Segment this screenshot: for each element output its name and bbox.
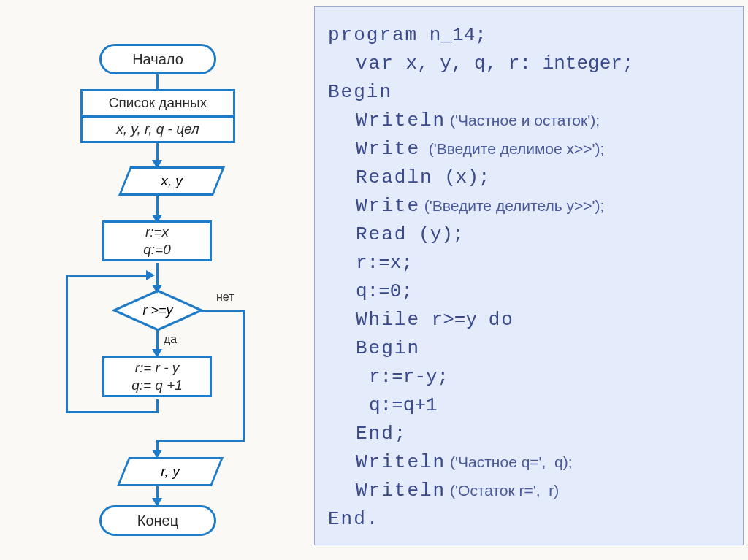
output-io: r, y xyxy=(123,457,218,486)
code-text: ('Частное и остаток'); xyxy=(446,112,600,129)
keyword: Begin xyxy=(328,81,392,103)
keyword: Begin xyxy=(356,337,420,359)
keyword: program xyxy=(328,24,418,46)
keyword: do xyxy=(489,309,514,331)
connector xyxy=(66,275,149,277)
input-label: x, y xyxy=(161,173,183,189)
keyword: While xyxy=(356,309,420,331)
vars-box: x, y, r, q - цел xyxy=(80,115,235,143)
init-label: r:=x q:=0 xyxy=(143,223,171,258)
code-line: Read (y); xyxy=(328,220,730,249)
code-line: q:=0; xyxy=(328,277,730,306)
decision: r >=y xyxy=(114,291,202,330)
code-text: r>=y xyxy=(420,309,489,331)
code-line: Begin xyxy=(328,78,730,107)
code-line: End. xyxy=(328,505,730,534)
connector xyxy=(158,440,245,442)
keyword: Writeln xyxy=(356,480,446,502)
code-line: r:=x; xyxy=(328,249,730,277)
code-line: End; xyxy=(328,420,730,448)
code-text: ('Остаток r=', r) xyxy=(446,482,559,499)
code-line: r:=r-y; xyxy=(328,363,730,391)
keyword: End. xyxy=(328,508,379,530)
code-text: r:=r-y; xyxy=(328,363,449,391)
keyword: Write xyxy=(356,195,420,217)
code-line: program n_14; xyxy=(328,21,730,50)
end-terminator: Конец xyxy=(99,505,216,536)
start-terminator: Начало xyxy=(99,44,216,74)
code-line: Begin xyxy=(328,334,730,363)
code-text: ('Введите делитель y>>'); xyxy=(420,197,604,214)
code-line: Writeln ('Частное q=', q); xyxy=(328,448,730,477)
keyword: Writeln xyxy=(356,110,446,131)
connector xyxy=(156,73,159,89)
code-line: Readln (x); xyxy=(328,164,730,192)
code-text: (y); xyxy=(407,223,464,245)
no-label: нет xyxy=(216,291,234,304)
keyword: Writeln xyxy=(356,451,446,473)
keyword: Write xyxy=(356,138,420,160)
start-label: Начало xyxy=(132,51,183,68)
loop-body-label: r:= r - y q:= q +1 xyxy=(131,359,183,394)
loop-body-process: r:= r - y q:= q +1 xyxy=(102,356,212,397)
arrowhead xyxy=(146,270,155,280)
keyword: Readln xyxy=(356,166,433,188)
code-text: q:=q+1 xyxy=(328,391,438,420)
code-line: q:=q+1 xyxy=(328,391,730,420)
yes-label: да xyxy=(164,333,177,346)
flowchart-panel: Начало Список данных x, y, r, q - цел x,… xyxy=(0,0,314,560)
code-line: While r>=y do xyxy=(328,306,730,334)
connector xyxy=(202,310,244,312)
keyword: Read xyxy=(356,223,407,245)
code-line: var x, y, q, r: integer; xyxy=(328,50,730,78)
code-text: ('Частное q=', q); xyxy=(446,453,572,470)
connector xyxy=(66,275,68,413)
keyword: var xyxy=(356,53,394,74)
init-process: r:=x q:=0 xyxy=(102,220,212,261)
code-text: x, y, q, r: integer; xyxy=(394,53,634,74)
connector xyxy=(156,263,159,288)
input-io: x, y xyxy=(124,166,219,196)
datalist-label: Список данных xyxy=(109,95,207,111)
connector xyxy=(66,411,159,413)
code-line: Write ('Введите делитель y>>'); xyxy=(328,192,730,220)
code-text: ('Введите делимое x>>'); xyxy=(420,140,604,157)
connector xyxy=(243,310,245,441)
keyword: End; xyxy=(356,423,407,445)
output-label: r, y xyxy=(161,464,179,480)
code-line: Writeln ('Частное и остаток'); xyxy=(328,107,730,135)
code-line: Write ('Введите делимое x>>'); xyxy=(328,135,730,164)
code-text: (x); xyxy=(433,166,490,188)
decision-label: r >=y xyxy=(142,303,172,318)
code-line: Writeln ('Остаток r=', r) xyxy=(328,477,730,505)
code-panel: program n_14; var x, y, q, r: integer; B… xyxy=(314,6,744,545)
code-text: n_14; xyxy=(418,24,486,46)
end-label: Конец xyxy=(137,513,178,529)
code-text: r:=x; xyxy=(328,249,413,277)
vars-label: x, y, r, q - цел xyxy=(116,121,199,137)
datalist-box: Список данных xyxy=(80,89,235,117)
code-text: q:=0; xyxy=(328,277,413,306)
